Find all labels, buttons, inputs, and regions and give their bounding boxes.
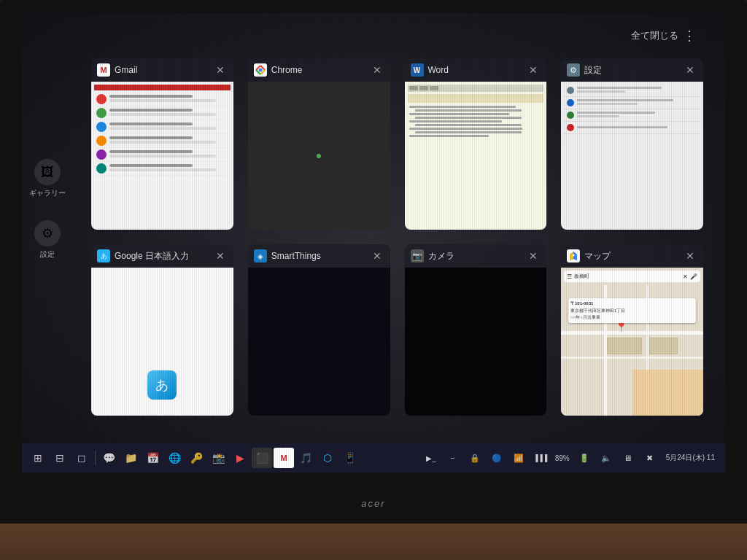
taskbar-block-icon[interactable]: ⬛ (252, 448, 272, 468)
screen: 🖼 ギャラリー ⚙ 設定 全て閉じる ⋮ M Gmail (22, 13, 725, 472)
app-card-header-gime: あ Google 日本語入力 ✕ (91, 244, 233, 268)
app-card-header-word: W Word ✕ (405, 58, 547, 82)
table-surface (0, 524, 747, 560)
gmail-avatar (96, 94, 107, 104)
taskbar-back-icon[interactable]: ⊟ (50, 448, 70, 468)
chrome-dot (317, 154, 321, 158)
word-header (408, 94, 544, 103)
word-line (415, 131, 522, 133)
app-card-maps[interactable]: マップ ✕ ☰ 板橋町 ✕ 🎤 (561, 244, 703, 416)
word-tool (430, 86, 438, 90)
taskbar-screen-icon[interactable]: 🖥 (618, 448, 638, 468)
app-card-header-camera: 📷 カメラ ✕ (405, 244, 547, 268)
word-body (408, 104, 544, 140)
taskbar-wifi-icon[interactable]: 📶 (508, 448, 529, 468)
svg-point-2 (573, 254, 575, 257)
close-smartthings-button[interactable]: ✕ (370, 249, 384, 263)
close-maps-button[interactable]: ✕ (683, 249, 697, 263)
taskbar-home-icon[interactable]: ◻ (71, 448, 92, 468)
taskbar-volume-icon[interactable]: 🔈 (596, 448, 616, 468)
gmail-avatar (96, 122, 107, 132)
sidebar-item-settings[interactable]: ⚙ 設定 (34, 220, 61, 260)
app-card-camera[interactable]: 📷 カメラ ✕ (405, 244, 547, 416)
close-settings-button[interactable]: ✕ (683, 63, 697, 77)
gmail-text (109, 122, 228, 131)
gmail-label: Gmail (115, 65, 137, 75)
app-title-maps: マップ (567, 249, 611, 262)
taskbar-gmail-icon[interactable]: M (274, 448, 294, 468)
maps-tiles: 📍 〒101-0031 東京都千代田区東神田1丁目 ○○年○月法事業 (561, 285, 703, 416)
word-line (409, 106, 516, 108)
taskbar-lock-icon[interactable]: 🔒 (465, 448, 485, 468)
gmail-text (109, 150, 228, 159)
app-title-gmail: M Gmail (97, 63, 137, 77)
gmail-list-item (94, 93, 231, 106)
sidebar-item-gallery[interactable]: 🖼 ギャラリー (29, 159, 66, 198)
taskbar-x-icon[interactable]: ✖ (640, 448, 660, 468)
gmail-body-line (109, 113, 216, 116)
settings-item-icon (567, 99, 574, 106)
settings-label: 設定 (584, 64, 602, 77)
taskbar-camera-icon[interactable]: 📸 (208, 448, 228, 468)
app-card-smartthings[interactable]: ◈ SmartThings ✕ (248, 244, 390, 416)
taskbar-hex-icon[interactable]: ⬡ (317, 448, 338, 468)
close-all-label: 全て閉じる (631, 29, 678, 42)
close-gmail-button[interactable]: ✕ (213, 63, 228, 77)
word-line (409, 135, 489, 137)
gmail-subject-line (109, 95, 193, 98)
word-toolbar (408, 85, 544, 92)
monitor-brand: acer (361, 498, 385, 509)
taskbar-messenger-icon[interactable]: 💬 (98, 448, 119, 468)
word-line (409, 128, 522, 130)
taskbar-battery-label: 89% (552, 448, 573, 468)
map-road (561, 331, 703, 335)
close-camera-button[interactable]: ✕ (526, 249, 541, 263)
maps-info-address: 東京都千代田区東神田1丁目 (570, 308, 694, 314)
svg-point-1 (258, 69, 262, 72)
settings-list-item (564, 97, 700, 109)
close-chrome-button[interactable]: ✕ (370, 63, 384, 77)
app-card-word[interactable]: W Word ✕ (405, 58, 547, 230)
settings-list-item (564, 85, 700, 97)
word-line (409, 120, 503, 122)
settings-item-text (577, 126, 697, 130)
map-road (561, 357, 703, 359)
gmail-subject-line (109, 109, 193, 112)
taskbar-music-icon[interactable]: 🎵 (295, 448, 316, 468)
taskbar-calendar-icon[interactable]: 📅 (142, 448, 163, 468)
taskbar-key-icon[interactable]: 🔑 (186, 448, 206, 468)
smartthings-preview (248, 268, 390, 416)
app-card-gmail[interactable]: M Gmail ✕ (91, 58, 233, 230)
gallery-icon: 🖼 (34, 159, 61, 185)
chrome-content (248, 82, 390, 230)
close-word-button[interactable]: ✕ (526, 63, 541, 77)
taskbar-arrow-icon[interactable]: − (443, 448, 463, 468)
app-card-gime[interactable]: あ Google 日本語入力 ✕ あ (91, 244, 233, 416)
more-menu-icon[interactable]: ⋮ (683, 28, 696, 44)
gmail-avatar (96, 163, 107, 174)
gime-label: Google 日本語入力 (115, 250, 189, 262)
chrome-preview (248, 82, 390, 230)
taskbar-bluetooth-icon[interactable]: 🔵 (487, 448, 507, 468)
taskbar-signal-icon[interactable]: ▐▐▐ (530, 448, 551, 468)
taskbar-grid-icon[interactable]: ⊞ (28, 448, 48, 468)
taskbar-browser-icon[interactable]: 🌐 (164, 448, 185, 468)
taskbar-files-icon[interactable]: 📁 (120, 448, 141, 468)
close-gime-button[interactable]: ✕ (213, 249, 228, 263)
app-card-header-gmail: M Gmail ✕ (91, 58, 233, 82)
taskbar-battery-icon[interactable]: 🔋 (574, 448, 595, 468)
camera-preview (405, 268, 547, 416)
taskbar-phone-icon[interactable]: 📱 (339, 448, 360, 468)
maps-pin: 📍 (615, 322, 627, 332)
gmail-top-bar (94, 85, 231, 90)
map-highlight (632, 370, 703, 416)
close-all-button[interactable]: 全て閉じる (631, 29, 678, 42)
smartthings-icon: ◈ (254, 249, 267, 262)
app-card-settings[interactable]: ⚙ 設定 ✕ (561, 58, 703, 230)
ime-preview: あ (91, 268, 233, 416)
taskbar-play-icon[interactable]: ▶ (230, 448, 250, 468)
chrome-label: Chrome (271, 65, 303, 75)
taskbar-terminal-icon[interactable]: ▶_ (421, 448, 441, 468)
app-card-chrome[interactable]: Chrome ✕ (248, 58, 390, 230)
sidebar: 🖼 ギャラリー ⚙ 設定 (22, 13, 73, 472)
